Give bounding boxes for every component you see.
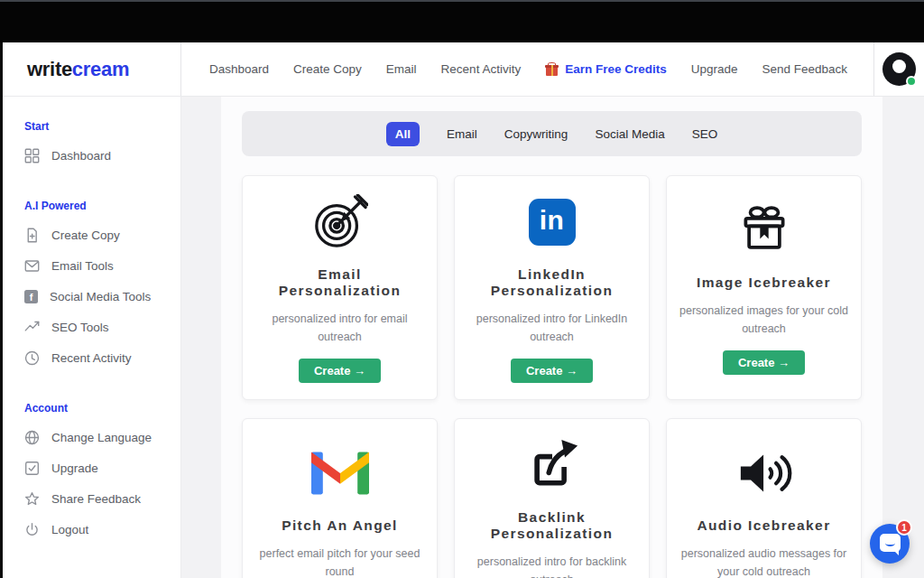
nav-item-dashboard[interactable]: Dashboard	[209, 62, 269, 76]
nav-item-upgrade[interactable]: Upgrade	[691, 62, 738, 76]
clock-icon	[24, 350, 40, 366]
avatar-silhouette	[892, 60, 906, 73]
logo-text-write: write	[27, 58, 72, 80]
share-icon	[525, 438, 579, 492]
nav-item-create-copy[interactable]: Create Copy	[293, 62, 362, 76]
logo[interactable]: writecream	[3, 42, 181, 96]
chat-notification-badge: 1	[896, 519, 912, 536]
filter-tab-email[interactable]: Email	[447, 127, 477, 141]
sidebar-item-share-feedback[interactable]: Share Feedback	[24, 490, 180, 508]
target-icon	[312, 194, 368, 250]
sidebar-heading-account: Account	[24, 402, 180, 415]
star-icon	[24, 491, 40, 507]
card-title: Pitch An Angel	[282, 517, 398, 534]
trending-up-icon	[24, 320, 40, 335]
filter-tab-social-media[interactable]: Social Media	[595, 127, 664, 141]
sidebar-item-social-media-tools[interactable]: f Social Media Tools	[24, 288, 180, 305]
card-description: personalized intro for email outreach	[255, 310, 424, 346]
mail-icon	[24, 258, 40, 274]
card-pitch-an-angel: Pitch An Angel perfect email pitch for y…	[242, 418, 438, 578]
nav-links: Dashboard Create Copy Email Recent Activ…	[209, 42, 873, 96]
card-title: Backlink Personalization	[467, 509, 636, 542]
card-backlink-personalization: Backlink Personalization personalized in…	[454, 418, 650, 578]
linkedin-icon: in	[529, 199, 576, 246]
nav-item-email[interactable]: Email	[386, 62, 417, 76]
create-button[interactable]: Create →	[299, 359, 381, 383]
card-title: LinkedIn Personalization	[467, 266, 636, 299]
create-button[interactable]: Create →	[723, 350, 805, 375]
sidebar-item-seo-tools[interactable]: SEO Tools	[24, 319, 180, 336]
card-title: Email Personalization	[255, 266, 424, 299]
sidebar-item-logout[interactable]: Logout	[24, 521, 180, 538]
card-description: perfect email pitch for your seed round	[255, 545, 424, 578]
sidebar-item-dashboard[interactable]: Dashboard	[24, 147, 180, 164]
chat-bubble-icon	[880, 534, 901, 552]
user-avatar[interactable]	[882, 52, 916, 86]
main-content: All Email Copywriting Social Media SEO E…	[181, 97, 924, 578]
content-panel: All Email Copywriting Social Media SEO E…	[221, 97, 882, 578]
sidebar-item-email-tools[interactable]: Email Tools	[24, 257, 180, 275]
create-button[interactable]: Create →	[511, 359, 593, 383]
card-description: personalized images for your cold outrea…	[679, 302, 848, 338]
nav-item-send-feedback[interactable]: Send Feedback	[762, 62, 848, 76]
sidebar: Start Dashboard A.I Powered Create Copy …	[3, 97, 181, 578]
sidebar-heading-start: Start	[24, 120, 180, 133]
card-linkedin-personalization: in LinkedIn Personalization personalized…	[454, 175, 650, 400]
filter-tab-all[interactable]: All	[386, 122, 420, 146]
sidebar-item-recent-activity[interactable]: Recent Activity	[24, 350, 180, 367]
grid-icon	[24, 148, 40, 163]
card-description: personalized intro for LinkedIn outreach	[467, 310, 636, 346]
sidebar-heading-ai-powered: A.I Powered	[24, 200, 180, 212]
card-title: Audio Icebreaker	[697, 517, 830, 534]
logo-text-cream: cream	[72, 58, 129, 80]
card-image-icebreaker: Image Icebreaker personalized images for…	[666, 175, 862, 400]
window-title-bar	[0, 0, 924, 42]
navbar-right	[873, 42, 924, 96]
checkbox-icon	[24, 461, 40, 476]
tool-cards-grid: Email Personalization personalized intro…	[242, 175, 862, 578]
file-plus-icon	[24, 228, 40, 243]
facebook-icon: f	[24, 290, 38, 303]
gift-icon	[737, 203, 791, 257]
card-audio-icebreaker: Audio Icebreaker personalized audio mess…	[666, 418, 862, 578]
card-description: personalized intro for backlink outreach	[467, 553, 636, 578]
online-status-dot	[906, 76, 917, 87]
card-title: Image Icebreaker	[697, 275, 831, 291]
speaker-icon	[736, 448, 792, 499]
sidebar-item-create-copy[interactable]: Create Copy	[24, 227, 180, 244]
nav-item-recent-activity[interactable]: Recent Activity	[441, 62, 522, 76]
nav-item-earn-free-credits[interactable]: Earn Free Credits	[545, 62, 667, 76]
sidebar-item-upgrade[interactable]: Upgrade	[24, 460, 180, 477]
filter-tab-copywriting[interactable]: Copywriting	[504, 127, 568, 141]
category-filter-bar: All Email Copywriting Social Media SEO	[242, 111, 862, 156]
card-description: personalized audio messages for your col…	[679, 545, 848, 578]
globe-icon	[24, 430, 40, 445]
gift-icon	[545, 62, 559, 76]
power-icon	[24, 522, 40, 537]
card-email-personalization: Email Personalization personalized intro…	[242, 175, 438, 400]
gmail-icon	[311, 452, 369, 495]
chat-widget-button[interactable]: 1	[870, 524, 910, 564]
sidebar-item-change-language[interactable]: Change Language	[24, 429, 180, 446]
top-navbar: writecream Dashboard Create Copy Email R…	[3, 42, 924, 97]
filter-tab-seo[interactable]: SEO	[692, 127, 718, 141]
